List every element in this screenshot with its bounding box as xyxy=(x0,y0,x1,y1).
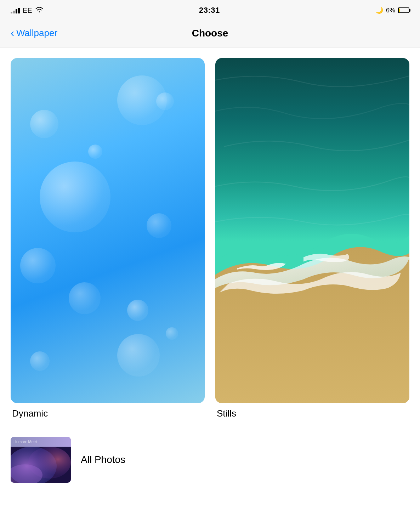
carrier-label: EE xyxy=(23,6,32,15)
stills-thumbnail xyxy=(215,58,409,403)
stills-label: Stills xyxy=(215,408,409,419)
back-label: Wallpaper xyxy=(16,28,57,39)
photo-bar-text: Human: Meet xyxy=(13,440,37,444)
battery-percent: 6% xyxy=(386,7,395,14)
dynamic-wallpaper-item[interactable]: Dynamic xyxy=(11,58,205,419)
stills-wallpaper-item[interactable]: Stills xyxy=(215,58,409,419)
all-photos-thumbnail: Human: Meet xyxy=(11,437,71,483)
dynamic-label: Dynamic xyxy=(11,408,205,419)
all-photos-label: All Photos xyxy=(81,454,125,465)
back-button[interactable]: ‹ Wallpaper xyxy=(11,28,57,39)
dynamic-thumbnail xyxy=(11,58,205,403)
main-content: Dynamic xyxy=(0,47,420,497)
wallpaper-grid: Dynamic xyxy=(11,58,409,419)
moon-icon: 🌙 xyxy=(375,6,383,14)
chevron-left-icon: ‹ xyxy=(11,28,14,38)
battery-icon xyxy=(398,7,409,13)
wifi-icon xyxy=(35,6,44,15)
status-bar: EE 23:31 🌙 6% xyxy=(0,0,420,19)
navigation-bar: ‹ Wallpaper Choose xyxy=(0,19,420,47)
status-left: EE xyxy=(11,6,44,15)
status-right: 🌙 6% xyxy=(375,6,409,14)
all-photos-row[interactable]: Human: Meet xyxy=(11,433,409,486)
page-title: Choose xyxy=(192,28,228,39)
dynamic-wallpaper-bg xyxy=(11,58,205,403)
signal-bars-icon xyxy=(11,7,20,13)
stills-wallpaper-bg xyxy=(215,58,409,403)
status-time: 23:31 xyxy=(199,6,220,15)
